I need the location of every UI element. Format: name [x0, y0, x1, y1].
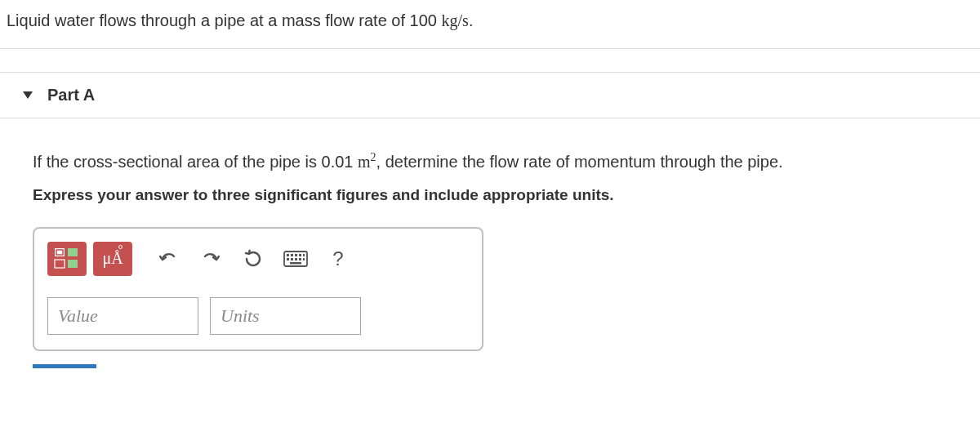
answer-toolbar: μÅ [47, 242, 469, 276]
problem-units: kg/s [442, 11, 469, 29]
svg-rect-15 [303, 258, 305, 260]
redo-button[interactable] [191, 242, 230, 276]
svg-rect-14 [299, 258, 301, 260]
svg-rect-2 [68, 248, 78, 256]
question-after: , determine the flow rate of momentum th… [376, 153, 783, 171]
part-a-body: If the cross-sectional area of the pipe … [0, 118, 980, 401]
answer-box: μÅ [33, 227, 483, 351]
keyboard-icon [283, 251, 308, 267]
units-input[interactable] [210, 297, 361, 335]
question-unit: m2 [358, 153, 376, 171]
answer-instruction: Express your answer to three significant… [33, 186, 947, 204]
progress-indicator [33, 364, 96, 368]
svg-rect-12 [291, 258, 293, 260]
svg-rect-16 [290, 262, 301, 265]
answer-input-row [47, 297, 469, 335]
ring-accent-icon [118, 245, 122, 249]
undo-button[interactable] [149, 242, 188, 276]
value-input[interactable] [47, 297, 198, 335]
problem-text-after: . [469, 11, 474, 29]
redo-icon [200, 250, 221, 268]
reset-button[interactable] [234, 242, 273, 276]
svg-rect-4 [68, 260, 78, 268]
svg-rect-8 [295, 254, 297, 256]
svg-rect-11 [287, 258, 289, 260]
svg-rect-10 [303, 254, 305, 256]
undo-icon [158, 250, 179, 268]
part-a-title: Part A [47, 86, 95, 105]
question-text: If the cross-sectional area of the pipe … [33, 151, 947, 171]
part-a-header[interactable]: Part A [0, 73, 980, 118]
special-chars-label: μÅ [102, 249, 122, 268]
help-icon: ? [332, 247, 343, 270]
question-before: If the cross-sectional area of the pipe … [33, 153, 358, 171]
special-chars-button[interactable]: μÅ [93, 242, 132, 276]
caret-down-icon [23, 91, 33, 99]
help-button[interactable]: ? [318, 242, 358, 276]
svg-rect-7 [291, 254, 293, 256]
problem-statement: Liquid water flows through a pipe at a m… [0, 0, 980, 49]
svg-rect-3 [55, 260, 65, 268]
keyboard-button[interactable] [276, 242, 315, 276]
reset-icon [243, 249, 263, 269]
svg-rect-6 [287, 254, 289, 256]
svg-rect-13 [295, 258, 297, 260]
problem-text-before: Liquid water flows through a pipe at a m… [7, 11, 442, 29]
svg-rect-9 [299, 254, 301, 256]
templates-icon [53, 247, 81, 271]
templates-button[interactable] [47, 242, 87, 276]
part-a-section: Part A [0, 72, 980, 118]
